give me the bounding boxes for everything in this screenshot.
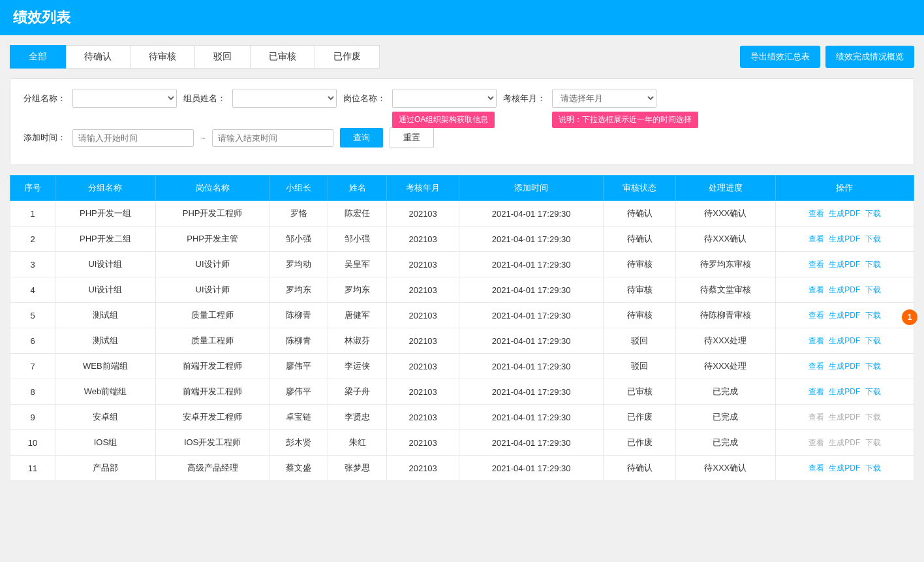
action-link-查看[interactable]: 查看: [808, 260, 824, 269]
table-cell: 待XXX处理: [675, 328, 775, 354]
table-cell: 蔡文盛: [270, 456, 328, 481]
table-cell: UI设计组: [55, 277, 156, 303]
end-time-input[interactable]: [212, 129, 333, 147]
action-link-下载[interactable]: 下载: [865, 260, 881, 269]
tab-obsolete[interactable]: 已作废: [315, 45, 380, 69]
tab-pending-confirm[interactable]: 待确认: [66, 45, 131, 69]
filter-area: 分组名称： 组员姓名： 岗位名称： 通过OA组织架构获取信息 考核年月： 请选择…: [10, 78, 914, 165]
reset-button[interactable]: 重置: [390, 127, 434, 148]
member-name-label: 组员姓名：: [183, 93, 226, 104]
table-cell: 彭木贤: [270, 430, 328, 456]
table-cell: 张梦思: [328, 456, 387, 481]
action-link-生成PDF[interactable]: 生成PDF: [829, 387, 860, 396]
action-link-生成PDF[interactable]: 生成PDF: [829, 209, 860, 218]
table-cell: 2021-04-01 17:29:30: [459, 430, 604, 456]
table-cell: 廖伟平: [270, 379, 328, 405]
action-link-下载[interactable]: 下载: [865, 311, 881, 320]
action-link-查看[interactable]: 查看: [808, 234, 824, 243]
export-summary-button[interactable]: 导出绩效汇总表: [740, 46, 820, 68]
page-title: 绩效列表: [13, 9, 70, 25]
table-cell: 202103: [387, 456, 459, 481]
action-link-查看[interactable]: 查看: [808, 463, 824, 473]
action-link-查看[interactable]: 查看: [808, 362, 824, 371]
table-cell: 待罗均东审核: [675, 252, 775, 277]
action-link-生成PDF: 生成PDF: [829, 413, 860, 422]
action-cell: 查看 生成PDF 下载: [775, 277, 914, 303]
table-cell: UI设计师: [155, 277, 270, 303]
action-cell: 查看 生成PDF 下载: [775, 430, 914, 456]
table-cell: 唐健军: [328, 303, 387, 328]
table-cell: 驳回: [604, 354, 676, 379]
member-name-select[interactable]: [232, 89, 337, 108]
action-link-下载[interactable]: 下载: [865, 234, 881, 243]
table-cell: 202103: [387, 430, 459, 456]
group-name-select[interactable]: [72, 89, 177, 108]
table-cell: 前端开发工程师: [155, 379, 270, 405]
action-link-下载[interactable]: 下载: [865, 209, 881, 218]
table-cell: 测试组: [55, 328, 156, 354]
table-cell: PHP开发一组: [55, 201, 156, 226]
table-cell: IOS组: [55, 430, 156, 456]
col-header: 添加时间: [459, 176, 604, 201]
action-cell: 查看 生成PDF 下载: [775, 226, 914, 252]
table-cell: 7: [10, 354, 55, 379]
table-cell: 9: [10, 405, 55, 430]
action-link-生成PDF[interactable]: 生成PDF: [829, 463, 860, 473]
table-cell: 高级产品经理: [155, 456, 270, 481]
tab-all[interactable]: 全部: [10, 45, 66, 69]
action-link-生成PDF[interactable]: 生成PDF: [829, 260, 860, 269]
table-cell: 驳回: [604, 328, 676, 354]
action-link-生成PDF[interactable]: 生成PDF: [829, 336, 860, 345]
action-link-生成PDF[interactable]: 生成PDF: [829, 311, 860, 320]
action-cell: 查看 生成PDF 下载: [775, 354, 914, 379]
table-row: 9安卓组安卓开发工程师卓宝链李贤忠2021032021-04-01 17:29:…: [10, 405, 914, 430]
table-cell: 待XXX确认: [675, 201, 775, 226]
table-row: 6测试组质量工程师陈柳青林淑芬2021032021-04-01 17:29:30…: [10, 328, 914, 354]
action-link-下载[interactable]: 下载: [865, 362, 881, 371]
action-link-下载[interactable]: 下载: [865, 463, 881, 473]
action-cell: 查看 生成PDF 下载: [775, 379, 914, 405]
table-cell: 2021-04-01 17:29:30: [459, 277, 604, 303]
table-cell: 202103: [387, 277, 459, 303]
filter-row-1: 分组名称： 组员姓名： 岗位名称： 通过OA组织架构获取信息 考核年月： 请选择…: [23, 89, 901, 108]
action-link-下载[interactable]: 下载: [865, 285, 881, 294]
action-link-查看[interactable]: 查看: [808, 209, 824, 218]
table-cell: 202103: [387, 201, 459, 226]
table-cell: 已完成: [675, 430, 775, 456]
table-cell: 陈宏任: [328, 201, 387, 226]
action-link-查看[interactable]: 查看: [808, 285, 824, 294]
action-link-查看[interactable]: 查看: [808, 336, 824, 345]
action-link-生成PDF[interactable]: 生成PDF: [829, 362, 860, 371]
table-cell: 朱红: [328, 430, 387, 456]
table-cell: 陈柳青: [270, 303, 328, 328]
position-select[interactable]: [392, 89, 497, 108]
table-cell: 待审核: [604, 252, 676, 277]
table-cell: 2021-04-01 17:29:30: [459, 456, 604, 481]
tab-rejected[interactable]: 驳回: [195, 45, 251, 69]
action-link-下载: 下载: [865, 413, 881, 422]
view-completion-button[interactable]: 绩效完成情况概览: [825, 46, 914, 68]
tab-pending-review[interactable]: 待审核: [131, 45, 195, 69]
tab-group: 全部待确认待审核驳回已审核已作废: [10, 45, 380, 69]
table-cell: 邹小强: [270, 226, 328, 252]
table-cell: 2021-04-01 17:29:30: [459, 328, 604, 354]
table-cell: 已完成: [675, 379, 775, 405]
table-row: 11产品部高级产品经理蔡文盛张梦思2021032021-04-01 17:29:…: [10, 456, 914, 481]
col-header: 姓名: [328, 176, 387, 201]
tab-reviewed[interactable]: 已审核: [251, 45, 315, 69]
table-body: 1PHP开发一组PHP开发工程师罗恪陈宏任2021032021-04-01 17…: [10, 201, 914, 481]
action-link-查看[interactable]: 查看: [808, 311, 824, 320]
action-link-下载[interactable]: 下载: [865, 387, 881, 396]
action-link-下载[interactable]: 下载: [865, 336, 881, 345]
action-link-查看[interactable]: 查看: [808, 387, 824, 396]
query-button[interactable]: 查询: [340, 128, 383, 148]
data-table: 序号分组名称岗位名称小组长姓名考核年月添加时间审核状态处理进度操作 1PHP开发…: [10, 175, 914, 481]
table-cell: 安卓开发工程师: [155, 405, 270, 430]
action-link-生成PDF[interactable]: 生成PDF: [829, 285, 860, 294]
month-select[interactable]: 请选择年月: [552, 89, 656, 108]
col-header: 序号: [10, 176, 55, 201]
start-time-input[interactable]: [72, 129, 194, 147]
table-cell: 8: [10, 379, 55, 405]
action-link-生成PDF[interactable]: 生成PDF: [829, 234, 860, 243]
col-header: 岗位名称: [155, 176, 270, 201]
